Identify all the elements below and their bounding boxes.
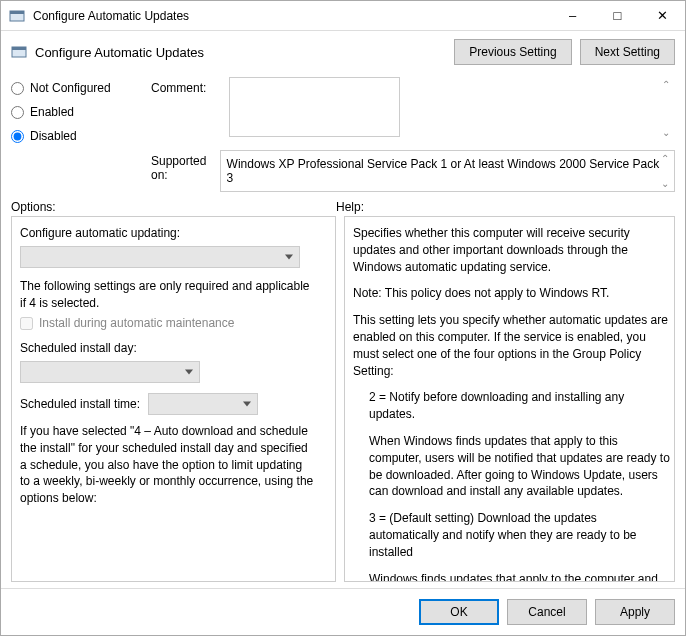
options-header: Options: xyxy=(11,200,336,214)
cancel-button[interactable]: Cancel xyxy=(507,599,587,625)
svg-rect-3 xyxy=(12,47,26,50)
comment-textarea[interactable] xyxy=(229,77,400,137)
configure-updating-select[interactable] xyxy=(20,246,300,268)
install-time-label: Scheduled install time: xyxy=(20,396,140,413)
svg-rect-1 xyxy=(10,11,24,14)
radio-not-configured-input[interactable] xyxy=(11,82,24,95)
comment-label: Comment: xyxy=(151,77,221,95)
help-p5: When Windows finds updates that apply to… xyxy=(369,433,670,500)
gpo-app-icon xyxy=(9,8,25,24)
options-panel-scroll[interactable]: Configure automatic updating: The follow… xyxy=(12,217,335,581)
minimize-button[interactable]: – xyxy=(550,1,595,30)
policy-title: Configure Automatic Updates xyxy=(35,45,454,60)
window-title: Configure Automatic Updates xyxy=(33,9,550,23)
help-p3: This setting lets you specify whether au… xyxy=(353,312,670,379)
radio-disabled-input[interactable] xyxy=(11,130,24,143)
chevron-down-icon: ⌄ xyxy=(662,127,670,138)
install-day-label: Scheduled install day: xyxy=(20,340,315,357)
options-panel: Configure automatic updating: The follow… xyxy=(11,216,336,582)
install-day-select[interactable] xyxy=(20,361,200,383)
supported-on-text: Windows XP Professional Service Pack 1 o… xyxy=(220,150,675,192)
help-panel: Specifies whether this computer will rec… xyxy=(344,216,675,582)
install-maintenance-input[interactable] xyxy=(20,317,33,330)
chevron-up-icon: ⌃ xyxy=(662,79,670,90)
title-bar: Configure Automatic Updates – □ ✕ xyxy=(1,1,685,31)
field-column: Comment: ⌃⌄ Supported on: Windows XP Pro… xyxy=(151,77,675,192)
ok-button[interactable]: OK xyxy=(419,599,499,625)
radio-disabled[interactable]: Disabled xyxy=(11,129,141,143)
panel-headers: Options: Help: xyxy=(1,196,685,216)
radio-not-configured[interactable]: Not Configured xyxy=(11,81,141,95)
configure-updating-label: Configure automatic updating: xyxy=(20,225,315,242)
radio-enabled-label: Enabled xyxy=(30,105,74,119)
help-panel-scroll[interactable]: Specifies whether this computer will rec… xyxy=(345,217,674,581)
window-controls: – □ ✕ xyxy=(550,1,685,30)
previous-setting-button[interactable]: Previous Setting xyxy=(454,39,571,65)
policy-header: Configure Automatic Updates Previous Set… xyxy=(1,31,685,73)
gpo-policy-icon xyxy=(11,44,27,60)
panels-container: Configure automatic updating: The follow… xyxy=(1,216,685,588)
radio-disabled-label: Disabled xyxy=(30,129,77,143)
close-button[interactable]: ✕ xyxy=(640,1,685,30)
options-note: The following settings are only required… xyxy=(20,278,315,312)
radio-not-configured-label: Not Configured xyxy=(30,81,111,95)
state-row: Not Configured Enabled Disabled Comment:… xyxy=(1,73,685,196)
supported-row: Supported on: Windows XP Professional Se… xyxy=(151,150,675,192)
chevron-up-icon: ⌃ xyxy=(661,153,669,164)
help-p4: 2 = Notify before downloading and instal… xyxy=(369,389,670,423)
options-schedule-note: If you have selected "4 – Auto download … xyxy=(20,423,315,507)
help-p2: Note: This policy does not apply to Wind… xyxy=(353,285,670,302)
install-time-select[interactable] xyxy=(148,393,258,415)
dialog-footer: OK Cancel Apply xyxy=(1,588,685,635)
maximize-button[interactable]: □ xyxy=(595,1,640,30)
supported-on-value: Windows XP Professional Service Pack 1 o… xyxy=(227,157,660,185)
radio-enabled-input[interactable] xyxy=(11,106,24,119)
chevron-down-icon: ⌄ xyxy=(661,178,669,189)
comment-row: Comment: ⌃⌄ xyxy=(151,77,675,140)
next-setting-button[interactable]: Next Setting xyxy=(580,39,675,65)
install-maintenance-checkbox[interactable]: Install during automatic maintenance xyxy=(20,315,315,332)
help-p1: Specifies whether this computer will rec… xyxy=(353,225,670,275)
install-maintenance-label: Install during automatic maintenance xyxy=(39,315,234,332)
radio-enabled[interactable]: Enabled xyxy=(11,105,141,119)
help-p7: Windows finds updates that apply to the … xyxy=(369,571,670,581)
help-p6: 3 = (Default setting) Download the updat… xyxy=(369,510,670,560)
help-header: Help: xyxy=(336,200,364,214)
state-radios: Not Configured Enabled Disabled xyxy=(11,77,141,192)
apply-button[interactable]: Apply xyxy=(595,599,675,625)
supported-label: Supported on: xyxy=(151,150,212,182)
